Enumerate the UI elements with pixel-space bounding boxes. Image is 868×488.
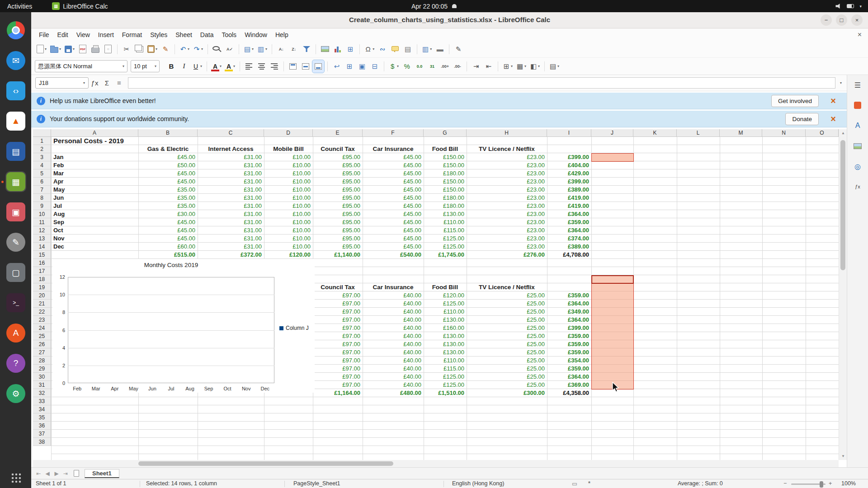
cell-B12[interactable]: £45.00 <box>138 226 198 235</box>
cell-B15[interactable]: £515.00 <box>138 251 198 259</box>
files-icon[interactable]: ▢ <box>5 262 26 283</box>
column-header-H[interactable]: H <box>467 129 547 137</box>
cell-I9[interactable]: £419.00 <box>547 202 591 210</box>
cell-F23[interactable]: £40.00 <box>363 316 424 324</box>
zoom-slider[interactable] <box>791 483 826 485</box>
cell-I4[interactable]: £404.00 <box>547 161 591 169</box>
cell-E11[interactable]: £95.00 <box>313 218 363 226</box>
cell-G19[interactable]: Food Bill <box>424 283 467 291</box>
thunderbird-icon[interactable]: ✉ <box>5 50 26 71</box>
row-header-6[interactable]: 6 <box>33 178 51 186</box>
cell-D12[interactable]: £10.00 <box>264 226 313 235</box>
cell-F15[interactable]: £540.00 <box>363 251 424 259</box>
cell-F14[interactable]: £45.00 <box>363 243 424 251</box>
cell-G8[interactable]: £180.00 <box>424 194 467 202</box>
row-header-22[interactable]: 22 <box>33 308 51 316</box>
cell-E7[interactable]: £95.00 <box>313 186 363 194</box>
ubuntu-software-icon[interactable]: A <box>5 323 26 343</box>
cell-B8[interactable]: £35.00 <box>138 194 198 202</box>
vertical-scrollbar-thumb[interactable] <box>840 140 845 270</box>
cell-H20[interactable]: £25.00 <box>467 291 547 300</box>
cell-H24[interactable]: £25.00 <box>467 324 547 332</box>
cell-E10[interactable]: £95.00 <box>313 210 363 218</box>
cell-F8[interactable]: £45.00 <box>363 194 424 202</box>
cell-G4[interactable]: £150.00 <box>424 161 467 169</box>
cell-G30[interactable]: £125.00 <box>424 373 467 381</box>
row-header-35[interactable]: 35 <box>33 413 51 422</box>
cell-I15[interactable]: £4,708.00 <box>547 251 591 259</box>
cell-I21[interactable]: £364.00 <box>547 300 591 308</box>
properties-deck-icon[interactable] <box>851 99 864 112</box>
next-sheet-icon[interactable]: ▶ <box>52 470 61 477</box>
cell-F29[interactable]: £40.00 <box>363 365 424 373</box>
cell-F27[interactable]: £40.00 <box>363 348 424 357</box>
cell-A7[interactable]: May <box>51 186 138 194</box>
cell-I13[interactable]: £374.00 <box>547 235 591 243</box>
cell-F26[interactable]: £40.00 <box>363 340 424 348</box>
cell-E5[interactable]: £95.00 <box>313 169 363 178</box>
column-header-N[interactable]: N <box>762 129 806 137</box>
cell-E14[interactable]: £95.00 <box>313 243 363 251</box>
previous-sheet-icon[interactable]: ◀ <box>43 470 52 477</box>
cell-H8[interactable]: £23.00 <box>467 194 547 202</box>
cell-F4[interactable]: £45.00 <box>363 161 424 169</box>
row-header-10[interactable]: 10 <box>33 210 51 218</box>
cell-H27[interactable]: £25.00 <box>467 348 547 357</box>
cell-E32[interactable]: £1,164.00 <box>313 389 363 397</box>
sidebar-settings-icon[interactable]: ☰ <box>851 79 864 91</box>
show-applications-icon[interactable] <box>10 472 22 483</box>
cell-E15[interactable]: £1,140.00 <box>313 251 363 259</box>
cell-G2[interactable]: Food Bill <box>424 145 467 153</box>
row-header-8[interactable]: 8 <box>33 194 51 202</box>
column-header-L[interactable]: L <box>677 129 720 137</box>
row-header-9[interactable]: 9 <box>33 202 51 210</box>
row-header-31[interactable]: 31 <box>33 381 51 389</box>
cell-C12[interactable]: £31.00 <box>198 226 264 235</box>
cell-B10[interactable]: £30.00 <box>138 210 198 218</box>
cell-B13[interactable]: £45.00 <box>138 235 198 243</box>
cell-H9[interactable]: £23.00 <box>467 202 547 210</box>
cell-H3[interactable]: £23.00 <box>467 153 547 161</box>
scroll-up-icon[interactable]: ▲ <box>839 131 847 135</box>
row-header-3[interactable]: 3 <box>33 153 51 161</box>
corner-box[interactable] <box>33 129 51 137</box>
cell-B6[interactable]: £45.00 <box>138 178 198 186</box>
cell-G6[interactable]: £150.00 <box>424 178 467 186</box>
activities-button[interactable]: Activities <box>7 3 32 10</box>
cell-H23[interactable]: £25.00 <box>467 316 547 324</box>
cell-I8[interactable]: £419.00 <box>547 194 591 202</box>
cell-H10[interactable]: £23.00 <box>467 210 547 218</box>
row-header-18[interactable]: 18 <box>33 275 51 283</box>
row-header-2[interactable]: 2 <box>33 145 51 153</box>
cell-G28[interactable]: £110.00 <box>424 357 467 365</box>
cell-E19[interactable]: Council Tax <box>313 283 363 291</box>
row-header-28[interactable]: 28 <box>33 357 51 365</box>
cell-H4[interactable]: £23.00 <box>467 161 547 169</box>
cell-E29[interactable]: £97.00 <box>313 365 363 373</box>
cell-G22[interactable]: £110.00 <box>424 308 467 316</box>
cell-H21[interactable]: £25.00 <box>467 300 547 308</box>
cell-I14[interactable]: £389.00 <box>547 243 591 251</box>
cell-H7[interactable]: £23.00 <box>467 186 547 194</box>
cell-B9[interactable]: £35.00 <box>138 202 198 210</box>
column-header-O[interactable]: O <box>806 129 839 137</box>
add-sheet-button[interactable] <box>74 470 79 477</box>
scroll-down-icon[interactable]: ▼ <box>839 454 847 458</box>
page-style[interactable]: PageStyle_Sheet1 <box>293 480 340 487</box>
cell-H2[interactable]: TV Licence / Netflix <box>467 145 547 153</box>
cell-D8[interactable]: £10.00 <box>264 194 313 202</box>
embedded-chart[interactable]: Monthly Costs 2019 Column J 024681012Feb… <box>52 259 315 393</box>
zoom-in-icon[interactable]: + <box>829 480 832 487</box>
cell-H12[interactable]: £23.00 <box>467 226 547 235</box>
row-header-13[interactable]: 13 <box>33 235 51 243</box>
cell-I26[interactable]: £359.00 <box>547 340 591 348</box>
cell-H13[interactable]: £23.00 <box>467 235 547 243</box>
active-cell-J18[interactable] <box>591 275 634 284</box>
cell-F32[interactable]: £480.00 <box>363 389 424 397</box>
cell-I3[interactable]: £399.00 <box>547 153 591 161</box>
cell-E27[interactable]: £97.00 <box>313 348 363 357</box>
terminal-icon[interactable]: >_ <box>5 292 26 313</box>
cell-E12[interactable]: £95.00 <box>313 226 363 235</box>
cell-A13[interactable]: Nov <box>51 235 138 243</box>
document-modified-icon[interactable]: * <box>588 480 590 487</box>
